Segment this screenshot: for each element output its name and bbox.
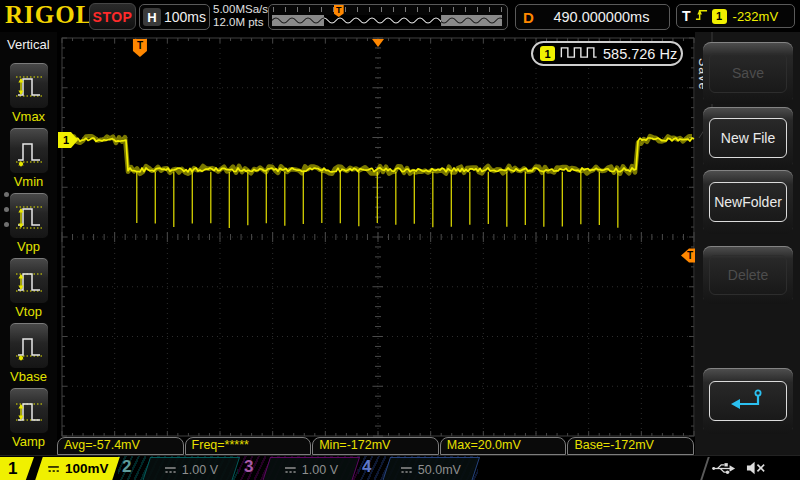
delay-value: 490.000000ms <box>534 9 669 25</box>
memory-waveform <box>272 14 502 27</box>
freq-value: 585.726 Hz <box>603 46 677 62</box>
dc-coupling-icon <box>47 465 60 473</box>
measurement-base: Base=-172mV <box>567 437 694 455</box>
usb-icon <box>712 461 736 480</box>
sidebar-item-label: Vpp <box>0 239 57 254</box>
channel-2-scale-badge[interactable]: 1.00 V <box>142 457 240 480</box>
menu-page-dots <box>4 192 9 227</box>
square-wave-icon <box>560 45 598 63</box>
save-menu: Save Save New File NewFolder Delete <box>695 32 800 455</box>
channel-4-scale: 50.0mV <box>418 463 461 477</box>
memory-ticks <box>273 7 503 12</box>
trigger-level-readout: -232mV <box>733 9 779 24</box>
horizontal-timebase: H 100ms <box>139 4 210 30</box>
save-button: Save <box>703 42 793 104</box>
delete-button: Delete <box>703 246 793 304</box>
channel-2-scale: 1.00 V <box>182 463 218 477</box>
channel-4-scale-badge[interactable]: 50.0mV <box>382 457 480 480</box>
sidebar-item-label: Vamp <box>0 434 57 449</box>
channel-1-indicator[interactable]: 1 <box>0 457 34 480</box>
oscilloscope-screen: RIGOL STOP H 100ms 5.00MSa/s 12.0M pts T… <box>0 0 800 480</box>
horizontal-label: H <box>143 8 161 26</box>
channel-3-indicator[interactable]: 3 <box>244 457 253 477</box>
channel-1-scale: 100mV <box>65 461 109 476</box>
trigger-slope-icon <box>695 7 708 25</box>
timebase-value: 100ms <box>161 9 209 25</box>
channel-2-indicator[interactable]: 2 <box>122 457 131 477</box>
sidebar-item-label: Vtop <box>0 304 57 319</box>
measure-sidebar: Vertical Vmax Vmin Vpp Vtop Vbase Vamp <box>0 32 57 455</box>
channel-status-bar: 1 100mV 2 1.00 V 3 1.00 V 4 50.0m <box>0 455 800 480</box>
sidebar-item-label: Vmax <box>0 109 57 124</box>
vamp-icon <box>9 387 49 434</box>
sidebar-title: Vertical <box>7 37 50 52</box>
trigger-label: T <box>682 8 691 24</box>
memory-depth: 12.0M pts <box>213 16 268 29</box>
freq-counter-badge: 1 585.726 Hz <box>531 41 683 66</box>
sample-rate: 5.00MSa/s <box>213 3 268 16</box>
delay-readout: D 490.000000ms <box>515 4 670 30</box>
vbase-icon <box>9 322 49 369</box>
dc-coupling-icon <box>284 466 297 474</box>
vmax-icon <box>9 62 49 109</box>
measurement-avg: Avg=-57.4mV <box>57 437 184 455</box>
speaker-muted-icon <box>746 460 767 480</box>
rigol-logo: RIGOL <box>5 1 93 29</box>
measurement-freq: Freq=***** <box>185 437 312 455</box>
sidebar-item-vamp[interactable]: Vamp <box>0 387 57 451</box>
scope-grid: 1TT <box>57 32 695 455</box>
save-button-label: Save <box>709 53 787 93</box>
memory-position-bar: T <box>268 4 508 30</box>
svg-text:T: T <box>687 250 693 261</box>
top-status-bar: RIGOL STOP H 100ms 5.00MSa/s 12.0M pts T… <box>0 0 800 33</box>
new-folder-button[interactable]: NewFolder <box>703 170 793 234</box>
delete-button-label: Delete <box>709 255 787 295</box>
sidebar-item-label: Vbase <box>0 369 57 384</box>
measurement-bar: Avg=-57.4mV Freq=***** Min=-172mV Max=20… <box>57 437 695 455</box>
trigger-source-badge: 1 <box>712 9 727 24</box>
measurement-max: Max=20.0mV <box>440 437 567 455</box>
channel-4-indicator[interactable]: 4 <box>362 457 371 477</box>
channel-3-scale: 1.00 V <box>302 463 338 477</box>
delay-label: D <box>523 9 534 26</box>
return-button[interactable] <box>703 368 793 434</box>
trigger-status: T 1 -232mV <box>676 4 795 28</box>
sidebar-item-vmin[interactable]: Vmin <box>0 127 57 191</box>
freq-channel-badge: 1 <box>540 46 555 61</box>
dc-coupling-icon <box>164 466 177 474</box>
sidebar-item-vbase[interactable]: Vbase <box>0 322 57 386</box>
dc-coupling-icon <box>400 466 413 474</box>
sidebar-item-vmax[interactable]: Vmax <box>0 62 57 126</box>
svg-text:T: T <box>137 40 143 51</box>
channel-3-scale-badge[interactable]: 1.00 V <box>262 457 360 480</box>
new-folder-button-label: NewFolder <box>709 182 787 222</box>
statusbar-separator <box>700 457 709 480</box>
return-arrow-icon <box>709 381 787 421</box>
new-file-button[interactable]: New File <box>703 107 793 169</box>
channel-1-scale-badge[interactable]: 100mV <box>35 457 119 480</box>
scope-display: 1TT 1 585.726 Hz Avg=-57.4mV Freq=***** … <box>57 32 695 455</box>
vmin-icon <box>9 127 49 174</box>
acquisition-info: 5.00MSa/s 12.0M pts <box>213 3 268 29</box>
sidebar-item-vtop[interactable]: Vtop <box>0 257 57 321</box>
new-file-button-label: New File <box>709 118 787 158</box>
vpp-icon <box>9 192 49 239</box>
svg-text:1: 1 <box>63 134 69 146</box>
vtop-icon <box>9 257 49 304</box>
run-state-indicator: STOP <box>89 3 136 30</box>
sidebar-item-label: Vmin <box>0 174 57 189</box>
measurement-min: Min=-172mV <box>312 437 439 455</box>
